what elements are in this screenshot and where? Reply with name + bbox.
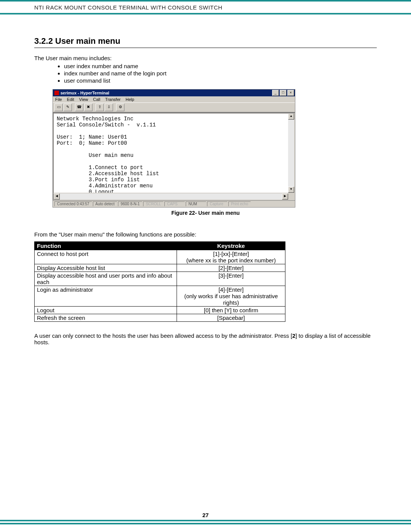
menu-file[interactable]: File (55, 97, 62, 102)
status-detect: Auto detect (93, 201, 118, 206)
functions-intro: From the "User main menu" the following … (34, 231, 377, 238)
status-caps: CAPS (164, 201, 185, 206)
menu-transfer[interactable]: Transfer (105, 97, 121, 102)
table-row: Display accessible host and user ports a… (35, 272, 285, 286)
vertical-scrollbar[interactable]: ▲ ▼ (288, 113, 295, 193)
send-icon[interactable]: ⇧ (96, 104, 104, 111)
properties-icon[interactable]: ⚙ (116, 104, 124, 111)
table-row: Refresh the screen[Spacebar] (35, 314, 285, 322)
scroll-track[interactable] (60, 193, 282, 200)
new-icon[interactable]: ▭ (54, 104, 63, 111)
receive-icon[interactable]: ⇩ (105, 104, 113, 111)
section-number: 3.2.2 (34, 36, 53, 46)
terminal-output: Network Technologies Inc Serial Console/… (53, 113, 288, 193)
minimize-button[interactable]: _ (272, 90, 279, 96)
figure-caption: Figure 22- User main menu (34, 210, 377, 216)
menu-view[interactable]: View (79, 97, 88, 102)
cell-keystroke: [3]-[Enter] (177, 272, 285, 286)
open-icon[interactable]: ✎ (64, 104, 72, 111)
toolbar: ▭ ✎ ☎ ✖ ⇧ ⇩ ⚙ (53, 102, 295, 112)
table-row: Display Accessible host list[2]-[Enter] (35, 264, 285, 272)
footer-note-a: A user can only connect to the hosts the… (34, 332, 292, 339)
page-number: 27 (0, 512, 411, 518)
th-keystroke: Keystroke (177, 242, 285, 250)
disconnect-icon[interactable]: ✖ (84, 104, 92, 111)
cell-keystroke: [0] then [Y] to confirm (177, 307, 285, 314)
footer-rule (0, 520, 411, 524)
app-icon (54, 91, 59, 95)
page-header: NTI RACK MOUNT CONSOLE TERMINAL WITH CON… (0, 0, 411, 14)
list-item: index number and name of the login port (64, 70, 377, 77)
hyperterminal-window: serimux - HyperTerminal _ □ × File Edit … (53, 89, 295, 208)
footer-note-key: 2 (292, 332, 295, 339)
status-capture: Capture (207, 201, 228, 206)
status-echo: Print echo (228, 201, 251, 206)
header-text: NTI RACK MOUNT CONSOLE TERMINAL WITH CON… (34, 4, 222, 11)
horizontal-scrollbar[interactable]: ◀ ▶ (53, 193, 289, 200)
window-title: serimux - HyperTerminal (61, 91, 271, 95)
cell-function: Display Accessible host list (35, 264, 177, 272)
status-settings: 9600 8-N-1 (118, 201, 142, 206)
cell-function: Refresh the screen (35, 314, 177, 322)
footer-note: A user can only connect to the hosts the… (34, 332, 377, 345)
status-num: NUM (186, 201, 206, 206)
table-row: Connect to host port[1]-[xx]-[Enter](whe… (35, 250, 285, 264)
cell-function: Logout (35, 307, 177, 314)
functions-table: Function Keystroke Connect to host port[… (34, 241, 285, 322)
scroll-left-icon[interactable]: ◀ (54, 193, 60, 200)
scroll-track[interactable] (288, 120, 294, 187)
scroll-right-icon[interactable]: ▶ (282, 193, 288, 200)
status-time: Connected 0:43:57 (54, 201, 92, 206)
cell-function: Connect to host port (35, 250, 177, 264)
titlebar: serimux - HyperTerminal _ □ × (53, 89, 295, 96)
section-title: User main menu (55, 36, 120, 46)
cell-keystroke: [1]-[xx]-[Enter](where xx is the port in… (177, 250, 285, 264)
menu-call[interactable]: Call (93, 97, 100, 102)
intro-text: The User main menu includes: (34, 55, 377, 61)
cell-function: Login as administrator (35, 286, 177, 307)
table-row: Logout[0] then [Y] to confirm (35, 307, 285, 314)
list-item: user command list (64, 77, 377, 84)
scroll-up-icon[interactable]: ▲ (288, 113, 294, 120)
menubar: File Edit View Call Transfer Help (53, 96, 295, 102)
menu-help[interactable]: Help (126, 97, 134, 102)
intro-bullets: user index number and name index number … (34, 63, 377, 84)
status-scroll: SCROLL (143, 201, 164, 206)
cell-keystroke: [4]-[Enter](only works if user has admin… (177, 286, 285, 307)
th-function: Function (35, 242, 177, 250)
status-bar: Connected 0:43:57 Auto detect 9600 8-N-1… (53, 200, 295, 207)
menu-edit[interactable]: Edit (67, 97, 74, 102)
section-heading: 3.2.2 User main menu (34, 36, 377, 48)
cell-keystroke: [2]-[Enter] (177, 264, 285, 272)
list-item: user index number and name (64, 63, 377, 69)
cell-keystroke: [Spacebar] (177, 314, 285, 322)
table-row: Login as administrator[4]-[Enter](only w… (35, 286, 285, 307)
cell-function: Display accessible host and user ports a… (35, 272, 177, 286)
connect-icon[interactable]: ☎ (75, 104, 83, 111)
scroll-down-icon[interactable]: ▼ (288, 187, 294, 193)
maximize-button[interactable]: □ (280, 90, 287, 96)
close-button[interactable]: × (287, 90, 294, 96)
